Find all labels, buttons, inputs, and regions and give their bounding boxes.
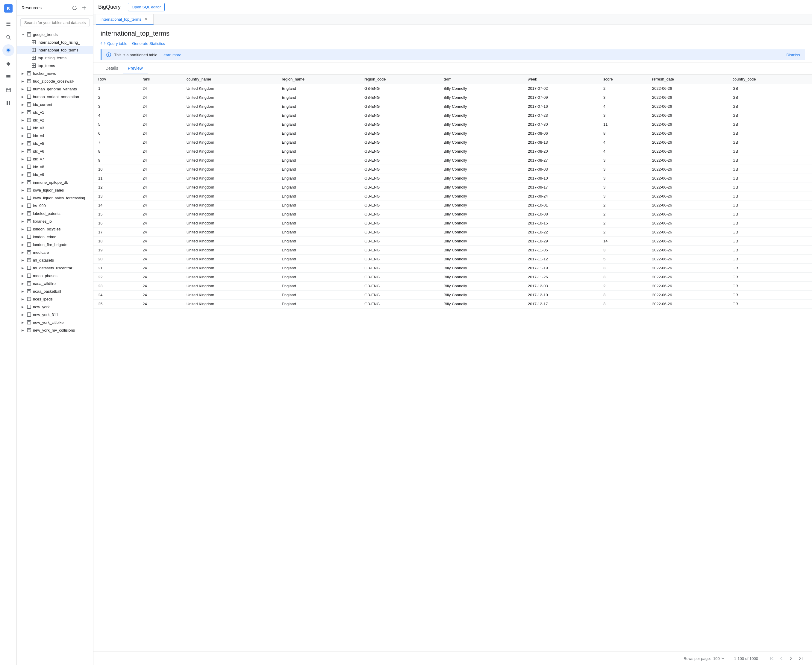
nav-menu-icon[interactable]: ☰ bbox=[2, 18, 15, 30]
table-cell: 25 bbox=[94, 300, 138, 308]
table-container[interactable]: Rowrankcountry_nameregion_nameregion_cod… bbox=[94, 75, 812, 652]
tree-item-human-variant-annotation[interactable]: ▶ human_variant_annotation bbox=[17, 93, 93, 101]
tree-item-intl-top-terms[interactable]: international_top_terms bbox=[17, 46, 93, 54]
tree-item-iowa-liquor-sales-forecasting[interactable]: ▶ iowa_liquor_sales_forecasting bbox=[17, 194, 93, 202]
tree-item-ml-datasets-uscentral1[interactable]: ▶ ml_datasets_uscentral1 bbox=[17, 264, 93, 272]
rows-per-page-select[interactable]: 100 bbox=[713, 656, 725, 661]
rows-per-page-value: 100 bbox=[713, 656, 720, 661]
learn-more-link[interactable]: Learn more bbox=[161, 53, 181, 57]
tree-item-ml-datasets[interactable]: ▶ ml_datasets bbox=[17, 256, 93, 264]
column-header-region-code[interactable]: region_code bbox=[359, 75, 439, 84]
tree-item-google-trends[interactable]: ▼ google_trends bbox=[17, 31, 93, 38]
dataset-icon bbox=[26, 195, 32, 200]
tree-item-idc-current[interactable]: ▶ idc_current bbox=[17, 101, 93, 108]
tree-item-irs-990[interactable]: ▶ irs_990 bbox=[17, 202, 93, 210]
tree-item-london-bicycles[interactable]: ▶ london_bicycles bbox=[17, 225, 93, 233]
table-cell: Billy Connolly bbox=[439, 138, 523, 147]
table-cell: 2017-08-27 bbox=[523, 156, 599, 165]
pagination-buttons bbox=[768, 654, 805, 663]
tree-item-idc-v8[interactable]: ▶ idc_v8 bbox=[17, 163, 93, 170]
table-cell: 24 bbox=[138, 165, 181, 174]
tree-item-london-crime[interactable]: ▶ london_crime bbox=[17, 233, 93, 241]
tab-details[interactable]: Details bbox=[101, 63, 123, 74]
table-cell: England bbox=[277, 219, 359, 228]
tree-item-nasa-wildfire[interactable]: ▶ nasa_wildfire bbox=[17, 280, 93, 287]
add-resource-button[interactable] bbox=[80, 3, 88, 12]
tree-item-new-york-311[interactable]: ▶ new_york_311 bbox=[17, 311, 93, 318]
tree-item-new-york[interactable]: ▶ new_york bbox=[17, 303, 93, 311]
search-input[interactable] bbox=[20, 18, 90, 27]
tree-item-label: idc_v7 bbox=[33, 157, 44, 161]
tree-item-labeled-patents[interactable]: ▶ labeled_patents bbox=[17, 210, 93, 217]
nav-search-icon[interactable] bbox=[2, 31, 15, 43]
tree-item-idc-v2[interactable]: ▶ idc_v2 bbox=[17, 116, 93, 124]
column-header-refresh-date[interactable]: refresh_date bbox=[647, 75, 728, 84]
table-cell: 2017-07-30 bbox=[523, 120, 599, 129]
column-header-Row[interactable]: Row bbox=[94, 75, 138, 84]
table-cell: Billy Connolly bbox=[439, 174, 523, 183]
tree-item-idc-v6[interactable]: ▶ idc_v6 bbox=[17, 147, 93, 155]
next-page-button[interactable] bbox=[787, 654, 795, 663]
tree-item-label: idc_v2 bbox=[33, 118, 44, 123]
tree-item-hacker-news[interactable]: ▶ hacker_news bbox=[17, 69, 93, 77]
column-header-score[interactable]: score bbox=[599, 75, 647, 84]
column-header-country-name[interactable]: country_name bbox=[182, 75, 277, 84]
nav-pin-icon[interactable]: ◆ bbox=[2, 57, 15, 69]
first-page-button[interactable] bbox=[768, 654, 776, 663]
nav-list-icon[interactable] bbox=[2, 70, 15, 83]
tree-item-idc-v1[interactable]: ▶ idc_v1 bbox=[17, 108, 93, 116]
tree-item-label: idc_current bbox=[33, 102, 52, 107]
column-header-rank[interactable]: rank bbox=[138, 75, 181, 84]
tree-item-idc-v9[interactable]: ▶ idc_v9 bbox=[17, 170, 93, 179]
tab-international-top-terms[interactable]: international_top_terms × bbox=[96, 15, 154, 25]
table-cell: United Kingdom bbox=[182, 255, 277, 264]
table-cell: GB-ENG bbox=[359, 183, 439, 192]
tree-item-immune-epitope-db[interactable]: ▶ immune_epitope_db bbox=[17, 179, 93, 186]
tree-item-label: iowa_liquor_sales bbox=[33, 188, 64, 192]
table-cell: GB-ENG bbox=[359, 201, 439, 210]
table-cell: 2022-06-26 bbox=[647, 165, 728, 174]
query-table-button[interactable]: Query table bbox=[101, 41, 127, 46]
column-header-region-name[interactable]: region_name bbox=[277, 75, 359, 84]
tree-item-idc-v3[interactable]: ▶ idc_v3 bbox=[17, 124, 93, 132]
open-sql-editor-button[interactable]: Open SQL editor bbox=[128, 3, 165, 11]
tree-item-top-terms[interactable]: top_terms bbox=[17, 62, 93, 69]
column-header-week[interactable]: week bbox=[523, 75, 599, 84]
tree-item-new-york-mv-collisions[interactable]: ▶ new_york_mv_collisions bbox=[17, 326, 93, 334]
tree-item-hud-zipcode-crosswalk[interactable]: ▶ hud_zipcode_crosswalk bbox=[17, 77, 93, 85]
nav-calendar-icon[interactable] bbox=[2, 84, 15, 96]
tree-item-idc-v7[interactable]: ▶ idc_v7 bbox=[17, 155, 93, 163]
tree-item-nces-ipeds[interactable]: ▶ nces_ipeds bbox=[17, 295, 93, 303]
tab-close-button[interactable]: × bbox=[144, 17, 149, 21]
generate-statistics-button[interactable]: Generate Statistics bbox=[132, 41, 165, 46]
tree-item-intl-rising[interactable]: international_top_rising_ bbox=[17, 38, 93, 46]
tree-item-new-york-citibike[interactable]: ▶ new_york_citibike bbox=[17, 318, 93, 326]
tab-preview[interactable]: Preview bbox=[123, 63, 148, 74]
column-header-term[interactable]: term bbox=[439, 75, 523, 84]
refresh-button[interactable] bbox=[71, 3, 79, 12]
tree-item-idc-v4[interactable]: ▶ idc_v4 bbox=[17, 132, 93, 139]
table-cell: England bbox=[277, 282, 359, 291]
column-header-country-code[interactable]: country_code bbox=[728, 75, 812, 84]
dismiss-button[interactable]: Dismiss bbox=[787, 53, 801, 57]
tree-item-ncaa-basketball[interactable]: ▶ ncaa_basketball bbox=[17, 287, 93, 295]
table-cell: 2022-06-26 bbox=[647, 183, 728, 192]
table-cell: Billy Connolly bbox=[439, 237, 523, 246]
tree-item-london-fire-brigade[interactable]: ▶ london_fire_brigade bbox=[17, 241, 93, 248]
last-page-button[interactable] bbox=[796, 654, 805, 663]
table-cell: 2022-06-26 bbox=[647, 129, 728, 138]
table-cell: GB-ENG bbox=[359, 264, 439, 273]
tree-item-medicare[interactable]: ▶ medicare bbox=[17, 248, 93, 256]
tree-item-idc-v5[interactable]: ▶ idc_v5 bbox=[17, 139, 93, 147]
tree-item-moon-phases[interactable]: ▶ moon_phases bbox=[17, 272, 93, 280]
tree-item-iowa-liquor-sales[interactable]: ▶ iowa_liquor_sales bbox=[17, 186, 93, 194]
table-cell: 14 bbox=[94, 201, 138, 210]
expand-arrow: ▶ bbox=[21, 228, 26, 231]
expand-arrow: ▶ bbox=[21, 72, 26, 75]
tree-item-human-genome-variants[interactable]: ▶ human_genome_variants bbox=[17, 85, 93, 93]
nav-bigquery-icon[interactable] bbox=[2, 44, 15, 56]
nav-plugin-icon[interactable] bbox=[2, 97, 15, 109]
tree-item-top-rising[interactable]: top_rising_terms bbox=[17, 54, 93, 62]
tree-item-libraries-io[interactable]: ▶ libraries_io bbox=[17, 217, 93, 225]
prev-page-button[interactable] bbox=[777, 654, 786, 663]
